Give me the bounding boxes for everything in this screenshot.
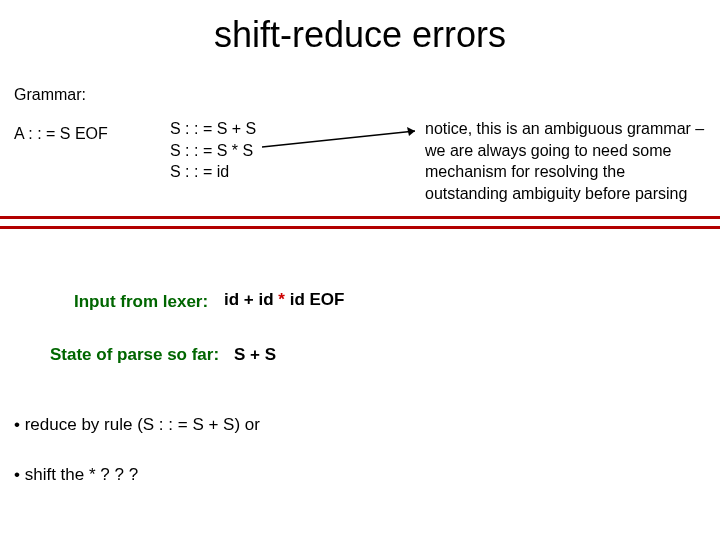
lexer-consumed: id + id <box>224 290 278 309</box>
lexer-star: * <box>278 290 285 309</box>
divider-top <box>0 216 720 219</box>
option-shift: • shift the * ? ? ? <box>14 465 138 485</box>
lexer-label: Input from lexer: <box>74 292 208 312</box>
slide: shift-reduce errors Grammar: A : : = S E… <box>0 0 720 540</box>
rule-s3: S : : = id <box>170 161 256 183</box>
svg-marker-1 <box>407 127 415 136</box>
lexer-value: id + id * id EOF <box>224 290 344 310</box>
grammar-rules-s: S : : = S + S S : : = S * S S : : = id <box>170 118 256 183</box>
lexer-rest: id EOF <box>285 290 345 309</box>
notice-text: notice, this is an ambiguous grammar – w… <box>425 118 710 204</box>
divider-bottom <box>0 226 720 229</box>
parse-state-value: S + S <box>234 345 276 365</box>
grammar-rule-a: A : : = S EOF <box>14 125 108 143</box>
slide-title: shift-reduce errors <box>0 0 720 56</box>
option-reduce: • reduce by rule (S : : = S + S) or <box>14 415 260 435</box>
rule-s2: S : : = S * S <box>170 140 256 162</box>
svg-line-0 <box>262 131 415 147</box>
parse-state-label: State of parse so far: <box>50 345 219 365</box>
grammar-label: Grammar: <box>14 86 86 104</box>
arrow-icon <box>260 125 430 155</box>
rule-s1: S : : = S + S <box>170 118 256 140</box>
